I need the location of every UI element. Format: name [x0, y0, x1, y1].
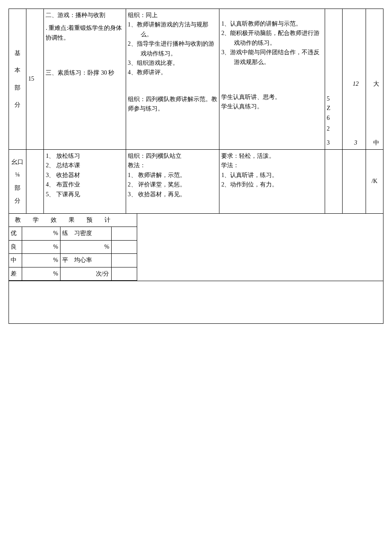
grade-good: 良 [9, 240, 22, 253]
duration-main: 12 3 [342, 9, 366, 150]
section-label-main: 基 本 部 分 [9, 9, 26, 150]
footer-blank [9, 281, 383, 323]
effect-section: 教 学 效 果 预 计 优 % 练 习密度 良 % % [9, 214, 383, 281]
grade-excellent: 优 [9, 227, 22, 240]
density-pct: % [60, 240, 111, 253]
content-main: 二、游戏：播种与收割 . 重难点:着重锻炼学生的身体协调性。 三、素质练习：卧撑… [44, 9, 126, 150]
grade-excellent-pct: % [22, 227, 60, 240]
lesson-plan-table: 基 本 部 分 15 二、游戏：播种与收割 . 重难点:着重锻炼学生的身体协调性… [9, 9, 383, 324]
grade-poor: 差 [9, 267, 22, 280]
section-end: 幺口 ⅛ 部 分 1、 放松练习 2、 总结本课 3、 收拾器材 4、 布置作业… [9, 150, 383, 214]
duration-end [342, 150, 366, 214]
grade-good-pct: % [22, 240, 60, 253]
footer-row [9, 281, 383, 323]
density-label: 练 习密度 [60, 227, 111, 240]
method-end: 组织：四列横队站立 教法： 1、 教师讲解，示范。 2、 评价课堂，奖惩。 3、… [126, 150, 219, 214]
effect-blank-right [137, 214, 383, 280]
intensity-end: /K [366, 150, 383, 214]
time-main: 15 [26, 9, 44, 150]
heartrate-label: 平 均心率 [60, 254, 111, 267]
grade-poor-pct: % [22, 267, 60, 280]
time-end [26, 150, 44, 214]
effect-title: 教 学 效 果 预 计 [9, 214, 137, 227]
count-end [325, 150, 342, 214]
section-label-end: 幺口 ⅛ 部 分 [9, 150, 26, 214]
student-end: 要求：轻松，活泼。 学法： 1、认真听讲，练习。 2、动作到位，有力。 [219, 150, 325, 214]
count-main: 5 Z 6 2 3 [325, 9, 342, 150]
heartrate-unit: 次/分 [60, 267, 111, 280]
section-main: 基 本 部 分 15 二、游戏：播种与收割 . 重难点:着重锻炼学生的身体协调性… [9, 9, 383, 150]
grade-mid-pct: % [22, 254, 60, 267]
intensity-main: 大 中 [366, 9, 383, 150]
method-main: 组织：同上 1、教师讲解游戏的方法与规那么。 2、指导学生进行播种与收割的游戏动… [126, 9, 219, 150]
content-end: 1、 放松练习 2、 总结本课 3、 收拾器材 4、 布置作业 5、 下课再见 [44, 150, 126, 214]
student-main: 1、认真听教师的讲解与示范。 2、能积极开动脑筋，配合教师进行游戏动作的练习。 … [219, 9, 325, 150]
grade-mid: 中 [9, 254, 22, 267]
